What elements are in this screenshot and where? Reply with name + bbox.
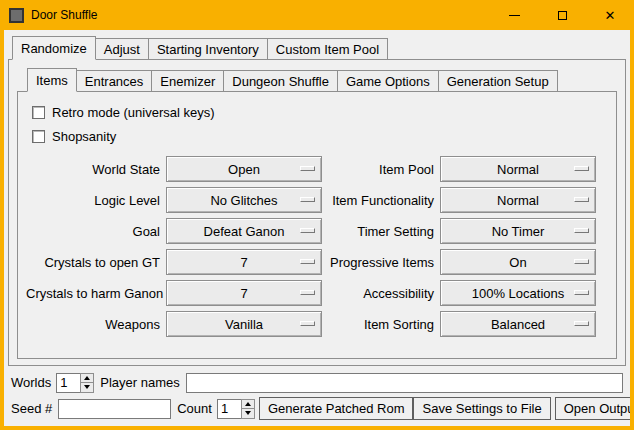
worlds-input[interactable]	[56, 373, 80, 393]
spinner-down-button[interactable]	[80, 383, 94, 393]
count-spinner	[217, 399, 255, 419]
tab-generation-setup[interactable]: Generation Setup	[438, 70, 558, 91]
option-row: Progressive Items On	[330, 249, 596, 275]
logic-level-label: Logic Level	[26, 193, 166, 208]
shopsanity-row: Shopsanity	[32, 124, 612, 148]
accessibility-dropdown[interactable]: 100% Locations	[440, 280, 596, 306]
item-functionality-dropdown[interactable]: Normal	[440, 187, 596, 213]
window-title: Door Shuffle	[31, 8, 98, 22]
item-functionality-label: Item Functionality	[330, 193, 440, 208]
item-pool-dropdown[interactable]: Normal	[440, 156, 596, 182]
dropdown-indicator-icon	[300, 321, 315, 326]
timer-setting-value: No Timer	[492, 224, 545, 239]
option-row: Item Functionality Normal	[330, 187, 596, 213]
worlds-label: Worlds	[11, 375, 51, 390]
dropdown-indicator-icon	[574, 228, 589, 233]
option-row: Accessibility 100% Locations	[330, 280, 596, 306]
chevron-down-icon	[245, 411, 251, 415]
accessibility-label: Accessibility	[330, 286, 440, 301]
option-row: World State Open	[26, 156, 322, 182]
minimize-icon	[509, 15, 520, 16]
maximize-button[interactable]	[538, 0, 586, 30]
item-sorting-label: Item Sorting	[330, 317, 440, 332]
chevron-down-icon	[84, 385, 90, 389]
count-input[interactable]	[217, 399, 241, 419]
dropdown-indicator-icon	[300, 166, 315, 171]
tab-dungeon-shuffle[interactable]: Dungeon Shuffle	[223, 70, 338, 91]
goal-dropdown[interactable]: Defeat Ganon	[166, 218, 322, 244]
item-pool-label: Item Pool	[330, 162, 440, 177]
generate-patched-rom-button[interactable]: Generate Patched Rom	[259, 397, 414, 420]
goal-value: Defeat Ganon	[204, 224, 285, 239]
spinner-down-button[interactable]	[241, 409, 255, 419]
app-window: Door Shuffle ✕ Randomize Adjust Starting…	[0, 0, 634, 430]
logic-level-value: No Glitches	[210, 193, 277, 208]
retro-mode-row: Retro mode (universal keys)	[32, 100, 612, 124]
dropdown-indicator-icon	[300, 197, 315, 202]
dropdown-indicator-icon	[574, 166, 589, 171]
close-button[interactable]: ✕	[586, 0, 634, 30]
worlds-spinner-arrows	[80, 373, 94, 393]
tab-game-options[interactable]: Game Options	[337, 70, 439, 91]
progressive-items-label: Progressive Items	[330, 255, 440, 270]
open-output-directory-button[interactable]: Open Output Directory	[555, 397, 630, 420]
tab-starting-inventory[interactable]: Starting Inventory	[148, 38, 268, 59]
tab-adjust[interactable]: Adjust	[95, 38, 149, 59]
retro-mode-checkbox[interactable]	[32, 106, 45, 119]
items-pane: Retro mode (universal keys) Shopsanity W…	[17, 91, 617, 359]
maximize-icon	[558, 11, 567, 20]
accessibility-value: 100% Locations	[472, 286, 565, 301]
crystals-harm-ganon-dropdown[interactable]: 7	[166, 280, 322, 306]
weapons-label: Weapons	[26, 317, 166, 332]
weapons-value: Vanilla	[225, 317, 263, 332]
goal-label: Goal	[26, 224, 166, 239]
titlebar[interactable]: Door Shuffle ✕	[0, 0, 634, 30]
secondary-tabbar: Items Entrances Enemizer Dungeon Shuffle…	[27, 68, 617, 91]
crystals-harm-ganon-label: Crystals to harm Ganon	[26, 286, 166, 301]
options-left-column: World State Open Logic Level No Glitches	[26, 156, 322, 342]
tab-randomize[interactable]: Randomize	[12, 36, 96, 60]
tab-custom-item-pool[interactable]: Custom Item Pool	[267, 38, 388, 59]
bottom-row-2: Seed # Count Generate Patched Rom Save S…	[11, 397, 623, 420]
tab-enemizer[interactable]: Enemizer	[151, 70, 224, 91]
options-grid: World State Open Logic Level No Glitches	[26, 156, 612, 342]
progressive-items-value: On	[509, 255, 526, 270]
option-row: Weapons Vanilla	[26, 311, 322, 337]
seed-label: Seed #	[11, 401, 52, 416]
crystals-harm-ganon-value: 7	[240, 286, 247, 301]
save-settings-button[interactable]: Save Settings to File	[413, 397, 550, 420]
tab-entrances[interactable]: Entrances	[76, 70, 153, 91]
option-row: Item Pool Normal	[330, 156, 596, 182]
timer-setting-label: Timer Setting	[330, 224, 440, 239]
count-label: Count	[177, 401, 212, 416]
weapons-dropdown[interactable]: Vanilla	[166, 311, 322, 337]
item-sorting-dropdown[interactable]: Balanced	[440, 311, 596, 337]
seed-input[interactable]	[58, 399, 171, 419]
item-pool-value: Normal	[497, 162, 539, 177]
primary-tabbar: Randomize Adjust Starting Inventory Cust…	[12, 36, 630, 59]
option-row: Crystals to open GT 7	[26, 249, 322, 275]
player-names-label: Player names	[100, 375, 179, 390]
world-state-label: World State	[26, 162, 166, 177]
item-functionality-value: Normal	[497, 193, 539, 208]
tab-items[interactable]: Items	[27, 68, 77, 92]
option-row: Timer Setting No Timer	[330, 218, 596, 244]
spinner-up-button[interactable]	[80, 373, 94, 384]
progressive-items-dropdown[interactable]: On	[440, 249, 596, 275]
timer-setting-dropdown[interactable]: No Timer	[440, 218, 596, 244]
options-right-column: Item Pool Normal Item Functionality Norm…	[330, 156, 596, 342]
dropdown-indicator-icon	[300, 228, 315, 233]
option-row: Logic Level No Glitches	[26, 187, 322, 213]
world-state-dropdown[interactable]: Open	[166, 156, 322, 182]
spinner-up-button[interactable]	[241, 399, 255, 410]
crystals-open-gt-dropdown[interactable]: 7	[166, 249, 322, 275]
player-names-input[interactable]	[186, 373, 623, 393]
dropdown-indicator-icon	[574, 321, 589, 326]
dropdown-indicator-icon	[574, 259, 589, 264]
minimize-button[interactable]	[490, 0, 538, 30]
logic-level-dropdown[interactable]: No Glitches	[166, 187, 322, 213]
shopsanity-label: Shopsanity	[52, 129, 116, 144]
option-row: Crystals to harm Ganon 7	[26, 280, 322, 306]
shopsanity-checkbox[interactable]	[32, 130, 45, 143]
count-spinner-arrows	[241, 399, 255, 419]
